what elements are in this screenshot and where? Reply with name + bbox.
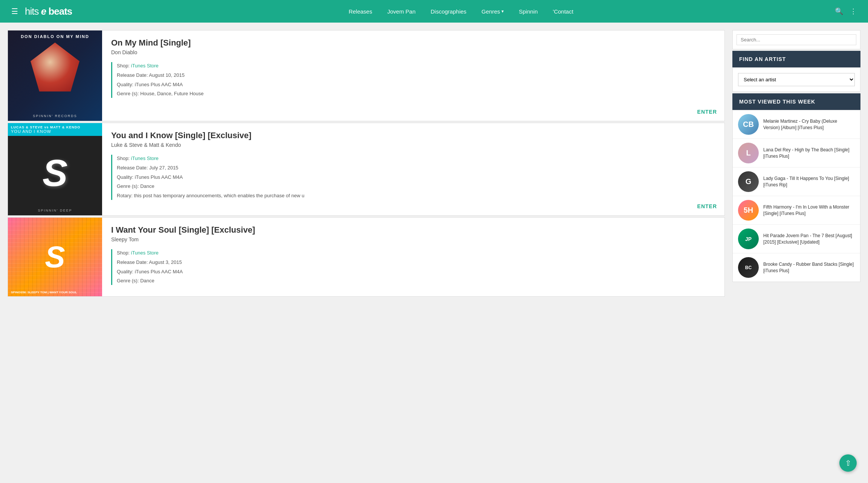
release-date-row-2: Release Date: July 27, 2015 bbox=[117, 164, 715, 172]
genres-dropdown-icon: ▾ bbox=[501, 9, 504, 14]
most-viewed-text-jp: Hit Parade Jovem Pan - The 7 Best [Augus… bbox=[763, 233, 855, 245]
shop-link-1[interactable]: iTunes Store bbox=[131, 63, 159, 69]
release-date-value-2: July 27, 2015 bbox=[149, 165, 178, 171]
main-nav: Releases Jovem Pan Discographies Genres … bbox=[87, 8, 835, 15]
most-viewed-thumb-fifth-harmony: 5H bbox=[738, 200, 759, 221]
most-viewed-thumb-gaga: G bbox=[738, 171, 759, 192]
quality-row-3: Quality: iTunes Plus AAC M4A bbox=[117, 268, 715, 276]
album-label-1: SPINNIN' RECORDS bbox=[33, 114, 77, 118]
nav-genres-link[interactable]: Genres bbox=[481, 8, 500, 15]
release-date-label-2: Release Date: bbox=[117, 165, 148, 171]
release-artist-2: Luke & Steve & Matt & Kendo bbox=[111, 142, 715, 148]
most-viewed-text-gaga: Lady Gaga - Till It Happens To You [Sing… bbox=[763, 175, 855, 188]
most-viewed-text-brooke: Brooke Candy - Rubber Band Stacks [Singl… bbox=[763, 261, 855, 274]
release-details-1: Shop: iTunes Store Release Date: August … bbox=[111, 62, 715, 98]
quality-label-1: Quality: bbox=[117, 82, 133, 87]
genre-label-3: Genre (s): bbox=[117, 278, 139, 283]
release-card-i-want-your-soul: S SPINOS58: SLEEPY TOM | WANT YOUR SOUL … bbox=[8, 217, 725, 297]
most-viewed-item-brooke[interactable]: BC Brooke Candy - Rubber Band Stacks [Si… bbox=[733, 253, 860, 282]
shop-row-1: Shop: iTunes Store bbox=[117, 62, 715, 70]
search-icon[interactable]: 🔍 bbox=[835, 7, 843, 15]
most-viewed-header: MOST VIEWED THIS WEEK bbox=[732, 93, 860, 110]
sidebar-search-input[interactable] bbox=[737, 34, 856, 45]
rotary-label-2: Rotary: bbox=[117, 193, 133, 198]
rotary-value-2: this post has temporary announcements, w… bbox=[134, 193, 304, 198]
find-artist-select[interactable]: Select an artist bbox=[738, 73, 855, 86]
album-top-text-2: LUCAS & STEVE vs MATT & KENDOYOU AND I K… bbox=[8, 123, 102, 136]
nav-spinnin[interactable]: Spinnin bbox=[519, 8, 538, 15]
quality-value-3: iTunes Plus AAC M4A bbox=[135, 269, 183, 274]
most-viewed-item-jp[interactable]: JP Hit Parade Jovem Pan - The 7 Best [Au… bbox=[733, 225, 860, 253]
album-s-logo-2: S bbox=[43, 151, 68, 195]
logo-e: e bbox=[38, 6, 48, 17]
release-image-you-and-i-know: LUCAS & STEVE vs MATT & KENDOYOU AND I K… bbox=[8, 123, 102, 215]
site-logo[interactable]: hits e beats bbox=[25, 6, 72, 17]
nav-discographies[interactable]: Discographies bbox=[431, 8, 466, 15]
nav-releases[interactable]: Releases bbox=[348, 8, 372, 15]
genre-row-2: Genre (s): Dance bbox=[117, 183, 715, 190]
shop-link-2[interactable]: iTunes Store bbox=[131, 155, 159, 161]
shop-link-3[interactable]: iTunes Store bbox=[131, 250, 159, 256]
most-viewed-thumb-brooke: BC bbox=[738, 257, 759, 278]
shop-label-1: Shop: bbox=[117, 63, 130, 69]
enter-button-2[interactable]: ENTER bbox=[697, 203, 717, 209]
release-image-on-my-mind: DON DIABLO ON MY MIND SPINNIN' RECORDS bbox=[8, 30, 102, 121]
release-card-you-and-i-know: LUCAS & STEVE vs MATT & KENDOYOU AND I K… bbox=[8, 123, 725, 216]
nav-jovem-pan[interactable]: Jovem Pan bbox=[387, 8, 416, 15]
release-info-on-my-mind: On My Mind [Single] Don Diablo Shop: iTu… bbox=[102, 30, 724, 121]
album-artist-label-3: SPINOS58: SLEEPY TOM | WANT YOUR SOUL bbox=[11, 291, 77, 294]
genre-label-1: Genre (s): bbox=[117, 91, 139, 96]
find-artist-section: Select an artist bbox=[732, 67, 860, 92]
rotary-row-2: Rotary: this post has temporary announce… bbox=[117, 192, 715, 200]
page-layout: DON DIABLO ON MY MIND SPINNIN' RECORDS O… bbox=[0, 23, 868, 306]
genre-value-2: Dance bbox=[140, 183, 154, 189]
release-artist-3: Sleepy Tom bbox=[111, 236, 715, 242]
release-date-value-3: August 3, 2015 bbox=[149, 259, 182, 265]
more-options-icon[interactable]: ⋮ bbox=[850, 7, 857, 15]
shop-label-2: Shop: bbox=[117, 155, 130, 161]
quality-row-2: Quality: iTunes Plus AAC M4A bbox=[117, 174, 715, 181]
shop-label-3: Shop: bbox=[117, 250, 130, 256]
release-image-i-want-your-soul: S SPINOS58: SLEEPY TOM | WANT YOUR SOUL bbox=[8, 218, 102, 296]
release-title-1: On My Mind [Single] bbox=[111, 38, 715, 48]
menu-icon[interactable]: ☰ bbox=[11, 7, 18, 16]
genre-label-2: Genre (s): bbox=[117, 183, 139, 189]
most-viewed-text-lana: Lana Del Rey - High by The Beach [Single… bbox=[763, 147, 855, 160]
release-title-2: You and I Know [Single] [Exclusive] bbox=[111, 131, 715, 140]
most-viewed-item-crybaby[interactable]: CB Melanie Martinez - Cry Baby (Deluxe V… bbox=[733, 110, 860, 139]
genre-row-1: Genre (s): House, Dance, Future House bbox=[117, 90, 715, 98]
quality-label-2: Quality: bbox=[117, 174, 133, 180]
nav-contact[interactable]: 'Contact bbox=[553, 8, 573, 15]
nav-genres[interactable]: Genres ▾ bbox=[481, 8, 504, 15]
release-details-2: Shop: iTunes Store Release Date: July 27… bbox=[111, 155, 715, 200]
main-content: DON DIABLO ON MY MIND SPINNIN' RECORDS O… bbox=[8, 30, 725, 298]
logo-hits: hits bbox=[25, 6, 38, 17]
most-viewed-text-crybaby: Melanie Martinez - Cry Baby (Deluxe Vers… bbox=[763, 118, 855, 131]
release-details-3: Shop: iTunes Store Release Date: August … bbox=[111, 249, 715, 285]
quality-value-2: iTunes Plus AAC M4A bbox=[135, 174, 183, 180]
most-viewed-thumb-lana: L bbox=[738, 143, 759, 163]
most-viewed-item-lana[interactable]: L Lana Del Rey - High by The Beach [Sing… bbox=[733, 139, 860, 168]
shop-row-3: Shop: iTunes Store bbox=[117, 249, 715, 257]
most-viewed-item-gaga[interactable]: G Lady Gaga - Till It Happens To You [Si… bbox=[733, 168, 860, 196]
main-header: ☰ hits e beats Releases Jovem Pan Discog… bbox=[0, 0, 868, 23]
quality-label-3: Quality: bbox=[117, 269, 133, 274]
quality-row-1: Quality: iTunes Plus AAC M4A bbox=[117, 81, 715, 89]
album-art-shape-1 bbox=[31, 43, 79, 91]
most-viewed-text-fifth-harmony: Fifth Harmony - I'm In Love With a Monst… bbox=[763, 204, 855, 217]
most-viewed-section: CB Melanie Martinez - Cry Baby (Deluxe V… bbox=[732, 110, 860, 282]
album-label-2: SPINNIN' DEEP bbox=[38, 209, 72, 212]
genre-row-3: Genre (s): Dance bbox=[117, 277, 715, 285]
genre-value-3: Dance bbox=[140, 278, 154, 283]
find-artist-header: FIND AN ARTIST bbox=[732, 51, 860, 67]
header-icons: 🔍 ⋮ bbox=[835, 7, 857, 15]
genre-value-1: House, Dance, Future House bbox=[140, 91, 203, 96]
album-top-text-1: DON DIABLO ON MY MIND bbox=[21, 30, 89, 41]
sidebar-search-box bbox=[732, 30, 860, 49]
album-s-logo-3: S bbox=[45, 240, 65, 274]
release-date-label-1: Release Date: bbox=[117, 72, 148, 78]
most-viewed-item-fifth-harmony[interactable]: 5H Fifth Harmony - I'm In Love With a Mo… bbox=[733, 196, 860, 225]
enter-button-1[interactable]: ENTER bbox=[697, 109, 717, 115]
sidebar: FIND AN ARTIST Select an artist MOST VIE… bbox=[732, 30, 860, 298]
release-date-value-1: August 10, 2015 bbox=[149, 72, 185, 78]
